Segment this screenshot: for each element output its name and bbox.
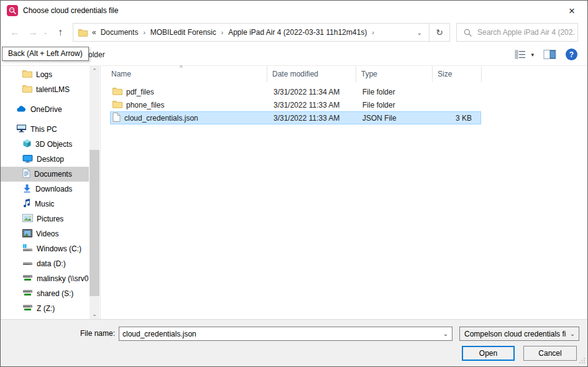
file-name: pdf_files: [126, 88, 154, 96]
sidebar-item-pictures[interactable]: Pictures: [1, 211, 100, 226]
search-input[interactable]: [477, 28, 577, 37]
column-header-size[interactable]: Size: [433, 66, 482, 82]
cancel-button[interactable]: Cancel: [523, 346, 577, 361]
sidebar-item-desktop[interactable]: Desktop: [1, 152, 100, 167]
scroll-up-icon[interactable]: ⌃: [90, 68, 99, 74]
film-icon: [22, 229, 32, 239]
folder-icon: [22, 85, 32, 95]
sidebar-item-3d-objects[interactable]: 3D Objects: [1, 137, 100, 152]
file-row-cloud-credentials[interactable]: cloud_credentials.json 3/31/2022 11:33 A…: [110, 111, 481, 124]
breadcrumb-mobiledit-forensic[interactable]: MOBILedit Forensic: [150, 28, 216, 37]
json-file-icon: [113, 113, 121, 124]
sidebar-item-label: shared (S:): [37, 289, 73, 298]
sidebar-item-label: Videos: [36, 230, 58, 238]
name-cell: phone_files: [111, 100, 269, 110]
address-bar[interactable]: « Documents › MOBILedit Forensic › Apple…: [73, 23, 430, 42]
file-name: phone_files: [126, 101, 164, 109]
sidebar-item-onedrive[interactable]: OneDrive: [1, 102, 100, 117]
dialog-footer: File name: ⌄ Compelson cloud credentials…: [1, 319, 587, 366]
scrollbar-thumb[interactable]: [90, 150, 99, 296]
column-header-date-modified[interactable]: Date modified: [267, 66, 356, 82]
back-tooltip: Back (Alt + Left Arrow): [2, 47, 89, 61]
breadcrumb-separator-icon[interactable]: ›: [143, 29, 145, 36]
refresh-button[interactable]: ↻: [430, 23, 450, 42]
sidebar-item-label: malinsky (\\srv0: [37, 274, 88, 283]
breadcrumb-apple-ipad[interactable]: Apple iPad Air 4 (2022-03-31 11h12m41s): [228, 28, 367, 37]
column-header-name[interactable]: Name: [101, 66, 267, 82]
search-icon: [464, 29, 472, 37]
forward-button[interactable]: →: [26, 27, 40, 38]
chevron-down-icon[interactable]: ⌄: [439, 330, 452, 337]
network-drive-icon: [22, 274, 33, 284]
new-folder-button-clipped[interactable]: older: [88, 50, 105, 59]
type-cell: JSON File: [357, 114, 434, 123]
back-button[interactable]: ←: [8, 27, 22, 38]
close-icon[interactable]: ×: [563, 6, 581, 16]
navigation-pane: Logs talentLMS OneDrive This PC 3D Objec…: [1, 66, 100, 319]
sidebar-item-videos[interactable]: Videos: [1, 226, 100, 241]
search-box[interactable]: [456, 23, 578, 42]
sidebar-scrollbar[interactable]: ⌃ ⌄: [90, 66, 99, 319]
date-cell: 3/31/2022 11:34 AM: [269, 88, 357, 96]
sidebar-item-data-d[interactable]: data (D:): [1, 256, 100, 271]
size-cell: 3 KB: [434, 114, 479, 123]
command-toolbar: Back (Alt + Left Arrow) older ▾ ?: [1, 44, 587, 66]
sidebar-item-documents[interactable]: Documents: [1, 167, 89, 182]
music-note-icon: [22, 198, 31, 210]
download-arrow-icon: [22, 184, 32, 195]
sidebar-item-label: Downloads: [35, 185, 72, 193]
file-name-combobox[interactable]: ⌄: [119, 327, 452, 341]
onedrive-cloud-icon: [16, 105, 27, 114]
sidebar-item-windows-c[interactable]: Windows (C:): [1, 241, 100, 256]
sidebar-item-label: Z (Z:): [37, 304, 55, 313]
sidebar-item-label: Music: [35, 200, 54, 208]
address-dropdown-icon[interactable]: ⌄: [417, 29, 422, 36]
file-row-phone-files[interactable]: phone_files 3/31/2022 11:33 AM File fold…: [110, 98, 481, 111]
folder-icon: [113, 87, 122, 97]
sidebar-item-logs[interactable]: Logs: [1, 67, 100, 82]
sidebar-item-music[interactable]: Music: [1, 197, 100, 211]
breadcrumb-overflow[interactable]: «: [92, 28, 96, 37]
sidebar-item-this-pc[interactable]: This PC: [1, 122, 100, 137]
breadcrumb-documents[interactable]: Documents: [101, 28, 139, 37]
type-cell: File folder: [357, 101, 434, 109]
recent-locations-dropdown-icon[interactable]: ⌄: [42, 29, 49, 35]
open-button[interactable]: Open: [462, 346, 515, 361]
file-type-dropdown[interactable]: Compelson cloud credentials fi ⌄: [459, 327, 579, 341]
sort-ascending-icon: ^: [180, 65, 183, 72]
sidebar-item-talentlms[interactable]: talentLMS: [1, 82, 100, 97]
breadcrumb-separator-icon[interactable]: ›: [372, 29, 374, 36]
help-button[interactable]: ?: [566, 49, 577, 60]
choose-file-dialog: Choose cloud credentials file × ← → ⌄ ↑ …: [0, 0, 588, 367]
sidebar-item-shared-s[interactable]: shared (S:): [1, 286, 100, 301]
sidebar-item-label: OneDrive: [30, 105, 62, 114]
scroll-down-icon[interactable]: ⌄: [90, 311, 99, 317]
type-cell: File folder: [357, 88, 434, 96]
sidebar-item-z-drive[interactable]: Z (Z:): [1, 301, 100, 316]
breadcrumb-separator-icon[interactable]: ›: [221, 29, 223, 36]
date-cell: 3/31/2022 11:33 AM: [269, 114, 357, 123]
sidebar-item-label: Windows (C:): [37, 244, 81, 253]
file-row-pdf-files[interactable]: pdf_files 3/31/2022 11:34 AM File folder: [110, 85, 481, 98]
folder-icon: [22, 70, 32, 80]
name-cell: pdf_files: [111, 87, 269, 97]
sidebar-item-malinsky[interactable]: malinsky (\\srv0: [1, 271, 100, 286]
up-button[interactable]: ↑: [53, 27, 67, 38]
sidebar-item-label: This PC: [30, 125, 57, 134]
sidebar-item-label: 3D Objects: [35, 140, 72, 149]
view-options-dropdown-icon[interactable]: ▾: [531, 52, 534, 58]
mobiledit-logo-icon: [7, 5, 18, 16]
sidebar-item-label: Logs: [36, 70, 52, 79]
preview-pane-icon[interactable]: [543, 49, 556, 60]
folder-icon: [113, 100, 122, 110]
details-view-icon[interactable]: [515, 50, 526, 59]
file-name-input[interactable]: [119, 330, 439, 338]
sidebar-item-downloads[interactable]: Downloads: [1, 182, 100, 197]
resize-grip[interactable]: [579, 356, 586, 365]
dialog-title: Choose cloud credentials file: [23, 6, 118, 15]
3d-cube-icon: [22, 139, 32, 150]
sidebar-item-label: Desktop: [37, 155, 64, 164]
main-area: Logs talentLMS OneDrive This PC 3D Objec…: [1, 66, 587, 319]
column-header-type[interactable]: Type: [356, 66, 433, 82]
name-cell: cloud_credentials.json: [111, 113, 269, 124]
